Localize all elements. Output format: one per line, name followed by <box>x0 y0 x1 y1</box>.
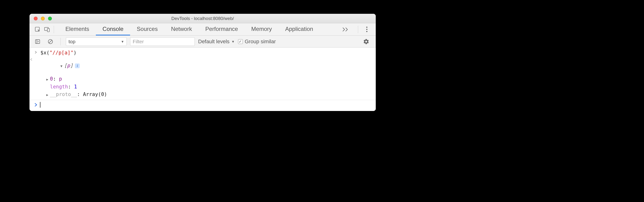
output-caret-icon <box>30 57 35 61</box>
window-close-button[interactable] <box>34 17 38 20</box>
window-titlebar: DevTools - localhost:8080/web/ <box>30 14 376 23</box>
tab-label: Application <box>285 26 313 32</box>
separator <box>358 26 358 33</box>
array-length: ▶length: 1 <box>30 83 376 91</box>
tab-elements[interactable]: Elements <box>59 23 96 35</box>
console-expression: $x("//p[a]") <box>40 50 76 56</box>
log-levels-select[interactable]: Default levels ▼ <box>198 38 235 45</box>
svg-rect-3 <box>36 40 40 43</box>
entry-value: 1 <box>74 84 77 90</box>
console-toolbar: top ▼ Default levels ▼ ✓ Group similar <box>30 36 376 47</box>
separator <box>54 26 54 33</box>
more-tabs-icon[interactable] <box>338 27 354 32</box>
entry-key: __proto__ <box>50 91 77 97</box>
console-settings-icon[interactable] <box>362 37 371 46</box>
filter-input[interactable] <box>130 37 195 46</box>
token-string: "//p[a]" <box>50 50 74 56</box>
tab-application[interactable]: Application <box>278 23 320 35</box>
execution-context-select[interactable]: top ▼ <box>66 37 127 46</box>
chevron-down-icon: ▼ <box>121 40 124 43</box>
tab-performance[interactable]: Performance <box>198 23 244 35</box>
panel-tabs: Elements Console Sources Network Perform… <box>59 23 320 35</box>
group-similar-label: Group similar <box>245 38 276 45</box>
entry-value: p <box>59 76 62 82</box>
input-caret-icon <box>34 50 40 54</box>
svg-point-7 <box>30 59 30 60</box>
tab-memory[interactable]: Memory <box>245 23 279 35</box>
bracket-close: ] <box>70 63 73 68</box>
disclosure-closed-icon[interactable]: ▶ <box>46 77 49 82</box>
checkbox-checked-icon[interactable]: ✓ <box>238 39 243 44</box>
token-fn: $x <box>40 50 46 56</box>
devtools-menu-icon[interactable] <box>362 25 371 34</box>
tab-label: Elements <box>66 26 89 32</box>
disclosure-open-icon[interactable]: ▼ <box>60 64 63 68</box>
prompt-caret-icon <box>34 103 40 107</box>
console-prompt[interactable] <box>30 100 376 111</box>
levels-label: Default levels <box>198 38 230 45</box>
text-cursor <box>40 102 40 108</box>
disclosure-closed-icon[interactable]: ▶ <box>46 92 49 98</box>
array-entry[interactable]: ▶0: p <box>30 75 376 83</box>
tab-label: Performance <box>205 26 238 32</box>
toggle-sidebar-icon[interactable] <box>33 37 42 46</box>
tab-console[interactable]: Console <box>96 23 130 35</box>
group-similar-toggle[interactable]: ✓ Group similar <box>238 38 276 45</box>
chevron-down-icon: ▼ <box>232 40 235 43</box>
window-title: DevTools - localhost:8080/web/ <box>30 16 376 21</box>
main-toolbar: Elements Console Sources Network Perform… <box>30 23 376 36</box>
separator <box>60 38 61 45</box>
tab-label: Console <box>102 26 124 32</box>
console-output: $x("//p[a]") ▼[p]i ▶0: p ▶length: 1 ▶__p… <box>30 47 376 111</box>
svg-rect-2 <box>47 28 50 32</box>
tab-network[interactable]: Network <box>164 23 198 35</box>
array-item-preview: p <box>67 63 70 68</box>
entry-key: 0 <box>50 76 53 82</box>
tab-label: Network <box>171 26 192 32</box>
entry-key: length <box>50 84 68 90</box>
bracket-open: [ <box>64 63 67 68</box>
console-input-echo: $x("//p[a]") <box>30 49 376 57</box>
device-toggle-icon[interactable] <box>42 25 52 34</box>
tab-sources[interactable]: Sources <box>130 23 164 35</box>
tab-label: Memory <box>251 26 272 32</box>
tab-label: Sources <box>137 26 158 32</box>
console-result[interactable]: ▼[p]i <box>30 57 376 75</box>
window-controls <box>30 17 52 20</box>
array-proto[interactable]: ▶__proto__: Array(0) <box>30 91 376 98</box>
window-minimize-button[interactable] <box>41 17 45 20</box>
inspect-element-icon[interactable] <box>33 25 42 34</box>
info-icon[interactable]: i <box>75 63 80 68</box>
devtools-window: DevTools - localhost:8080/web/ Elements … <box>30 14 376 111</box>
clear-console-icon[interactable] <box>46 37 55 46</box>
array-summary[interactable]: ▼[p]i <box>35 57 80 74</box>
window-zoom-button[interactable] <box>48 17 52 20</box>
entry-value: Array(0) <box>83 91 107 97</box>
context-label: top <box>68 39 76 44</box>
svg-line-6 <box>49 40 52 43</box>
